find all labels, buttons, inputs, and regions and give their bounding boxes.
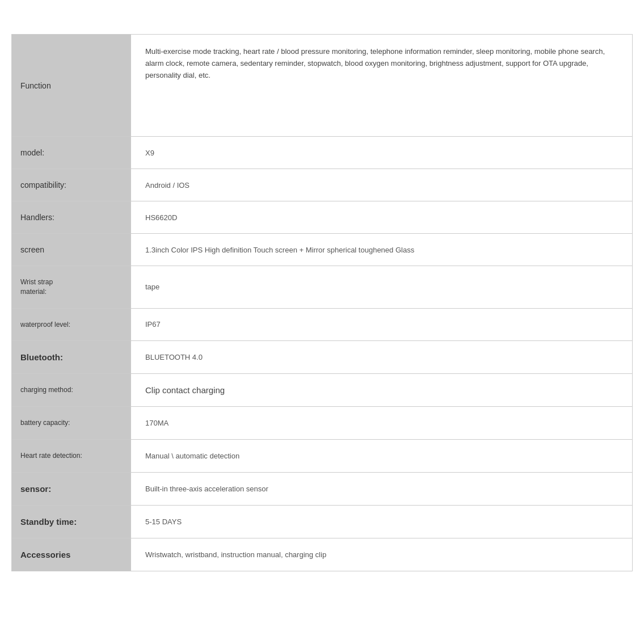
- spec-label-heart-rate: Heart rate detection:: [12, 440, 131, 473]
- spec-label-battery: battery capacity:: [12, 407, 131, 440]
- spec-label-waterproof: waterproof level:: [12, 308, 131, 341]
- table-row: Bluetooth:BLUETOOTH 4.0: [12, 341, 633, 374]
- spec-value-charging: Clip contact charging: [131, 374, 633, 407]
- spec-table: FunctionMulti-exercise mode tracking, he…: [11, 34, 633, 571]
- table-row: charging method:Clip contact charging: [12, 374, 633, 407]
- spec-label-compatibility: compatibility:: [12, 169, 131, 201]
- spec-value-function: Multi-exercise mode tracking, heart rate…: [131, 35, 633, 137]
- table-row: sensor:Built-in three-axis acceleration …: [12, 472, 633, 505]
- spec-value-waterproof: IP67: [131, 308, 633, 341]
- table-row: waterproof level:IP67: [12, 308, 633, 341]
- spec-label-model: model:: [12, 137, 131, 169]
- spec-value-heart-rate: Manual \ automatic detection: [131, 440, 633, 473]
- spec-value-compatibility: Android / IOS: [131, 169, 633, 201]
- table-row: model:X9: [12, 137, 633, 169]
- spec-value-battery: 170MA: [131, 407, 633, 440]
- spec-value-standby: 5-15 DAYS: [131, 505, 633, 538]
- spec-label-bluetooth: Bluetooth:: [12, 341, 131, 374]
- spec-value-accessories: Wristwatch, wristband, instruction manua…: [131, 538, 633, 571]
- table-row: Handlers:HS6620D: [12, 201, 633, 234]
- spec-label-function: Function: [12, 35, 131, 137]
- table-row: AccessoriesWristwatch, wristband, instru…: [12, 538, 633, 571]
- spec-value-screen: 1.3inch Color IPS High definition Touch …: [131, 234, 633, 266]
- table-row: screen1.3inch Color IPS High definition …: [12, 234, 633, 266]
- spec-label-sensor: sensor:: [12, 472, 131, 505]
- table-row: battery capacity:170MA: [12, 407, 633, 440]
- table-row: compatibility:Android / IOS: [12, 169, 633, 201]
- table-row: FunctionMulti-exercise mode tracking, he…: [12, 35, 633, 137]
- spec-value-sensor: Built-in three-axis acceleration sensor: [131, 472, 633, 505]
- spec-value-wrist-strap: tape: [131, 266, 633, 309]
- spec-label-wrist-strap: Wrist strapmaterial:: [12, 266, 131, 309]
- spec-label-screen: screen: [12, 234, 131, 266]
- spec-label-standby: Standby time:: [12, 505, 131, 538]
- spec-value-handlers: HS6620D: [131, 201, 633, 234]
- spec-value-bluetooth: BLUETOOTH 4.0: [131, 341, 633, 374]
- spec-label-accessories: Accessories: [12, 538, 131, 571]
- spec-value-model: X9: [131, 137, 633, 169]
- table-row: Wrist strapmaterial:tape: [12, 266, 633, 309]
- table-row: Heart rate detection:Manual \ automatic …: [12, 440, 633, 473]
- table-row: Standby time:5-15 DAYS: [12, 505, 633, 538]
- spec-label-handlers: Handlers:: [12, 201, 131, 234]
- spec-label-charging: charging method:: [12, 374, 131, 407]
